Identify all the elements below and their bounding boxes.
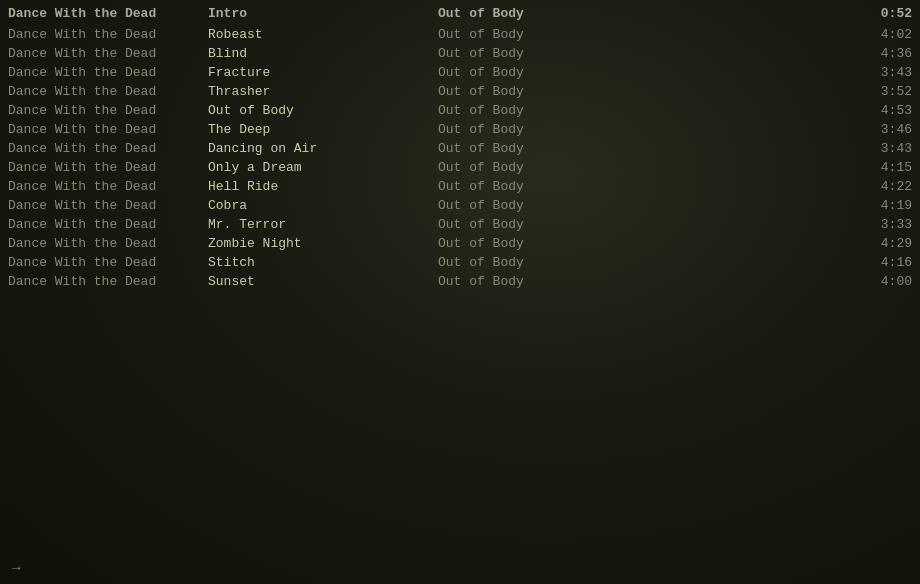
track-row[interactable]: Dance With the DeadStitchOut of Body4:16 [0, 253, 920, 272]
track-row[interactable]: Dance With the DeadSunsetOut of Body4:00 [0, 272, 920, 291]
track-duration: 4:00 [852, 274, 912, 289]
track-row[interactable]: Dance With the DeadRobeastOut of Body4:0… [0, 25, 920, 44]
track-album: Out of Body [438, 217, 852, 232]
track-album: Out of Body [438, 46, 852, 61]
track-duration: 0:52 [852, 6, 912, 21]
track-title: Only a Dream [208, 160, 438, 175]
track-duration: 4:15 [852, 160, 912, 175]
track-title: Hell Ride [208, 179, 438, 194]
track-row[interactable]: Dance With the DeadIntroOut of Body0:52 [0, 4, 920, 23]
track-row[interactable]: Dance With the DeadDancing on AirOut of … [0, 139, 920, 158]
track-duration: 4:29 [852, 236, 912, 251]
track-artist: Dance With the Dead [8, 6, 208, 21]
track-title: Stitch [208, 255, 438, 270]
track-title: Fracture [208, 65, 438, 80]
track-title: Robeast [208, 27, 438, 42]
track-artist: Dance With the Dead [8, 217, 208, 232]
track-duration: 3:33 [852, 217, 912, 232]
track-artist: Dance With the Dead [8, 236, 208, 251]
track-title: Cobra [208, 198, 438, 213]
track-album: Out of Body [438, 274, 852, 289]
track-duration: 4:16 [852, 255, 912, 270]
track-title: Blind [208, 46, 438, 61]
track-duration: 4:53 [852, 103, 912, 118]
track-album: Out of Body [438, 27, 852, 42]
track-artist: Dance With the Dead [8, 274, 208, 289]
track-duration: 4:19 [852, 198, 912, 213]
track-title: Out of Body [208, 103, 438, 118]
track-title: Mr. Terror [208, 217, 438, 232]
track-album: Out of Body [438, 236, 852, 251]
track-duration: 3:43 [852, 141, 912, 156]
track-row[interactable]: Dance With the DeadBlindOut of Body4:36 [0, 44, 920, 63]
track-title: Intro [208, 6, 438, 21]
track-artist: Dance With the Dead [8, 179, 208, 194]
track-duration: 3:46 [852, 122, 912, 137]
track-row[interactable]: Dance With the DeadFractureOut of Body3:… [0, 63, 920, 82]
track-row[interactable]: Dance With the DeadOnly a DreamOut of Bo… [0, 158, 920, 177]
track-duration: 4:36 [852, 46, 912, 61]
track-album: Out of Body [438, 255, 852, 270]
track-artist: Dance With the Dead [8, 27, 208, 42]
track-album: Out of Body [438, 84, 852, 99]
track-list: Dance With the DeadIntroOut of Body0:52D… [0, 0, 920, 295]
track-title: Zombie Night [208, 236, 438, 251]
track-row[interactable]: Dance With the DeadThrasherOut of Body3:… [0, 82, 920, 101]
track-artist: Dance With the Dead [8, 84, 208, 99]
track-artist: Dance With the Dead [8, 65, 208, 80]
track-title: Thrasher [208, 84, 438, 99]
track-album: Out of Body [438, 6, 852, 21]
track-title: Dancing on Air [208, 141, 438, 156]
track-album: Out of Body [438, 160, 852, 175]
track-album: Out of Body [438, 179, 852, 194]
track-title: Sunset [208, 274, 438, 289]
track-artist: Dance With the Dead [8, 198, 208, 213]
track-artist: Dance With the Dead [8, 255, 208, 270]
track-row[interactable]: Dance With the DeadOut of BodyOut of Bod… [0, 101, 920, 120]
track-album: Out of Body [438, 103, 852, 118]
track-album: Out of Body [438, 65, 852, 80]
track-row[interactable]: Dance With the DeadMr. TerrorOut of Body… [0, 215, 920, 234]
track-row[interactable]: Dance With the DeadHell RideOut of Body4… [0, 177, 920, 196]
track-album: Out of Body [438, 198, 852, 213]
track-artist: Dance With the Dead [8, 103, 208, 118]
track-album: Out of Body [438, 122, 852, 137]
track-duration: 4:02 [852, 27, 912, 42]
track-title: The Deep [208, 122, 438, 137]
track-album: Out of Body [438, 141, 852, 156]
track-duration: 3:52 [852, 84, 912, 99]
track-row[interactable]: Dance With the DeadThe DeepOut of Body3:… [0, 120, 920, 139]
track-artist: Dance With the Dead [8, 160, 208, 175]
track-duration: 4:22 [852, 179, 912, 194]
track-artist: Dance With the Dead [8, 46, 208, 61]
track-duration: 3:43 [852, 65, 912, 80]
arrow-icon: → [12, 560, 20, 576]
track-row[interactable]: Dance With the DeadCobraOut of Body4:19 [0, 196, 920, 215]
track-artist: Dance With the Dead [8, 141, 208, 156]
track-row[interactable]: Dance With the DeadZombie NightOut of Bo… [0, 234, 920, 253]
track-artist: Dance With the Dead [8, 122, 208, 137]
